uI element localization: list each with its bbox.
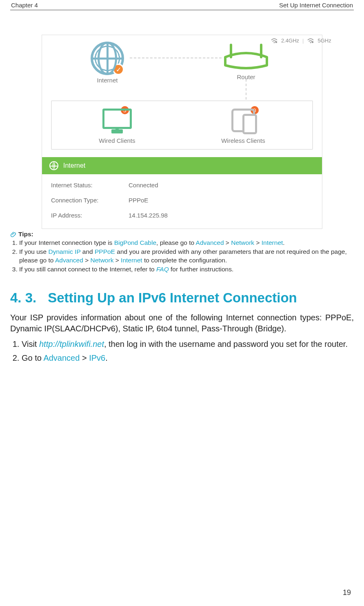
text: > xyxy=(224,239,231,246)
page-number: 19 xyxy=(343,588,351,597)
wifi-band-24: 2.4GHz xyxy=(281,38,299,44)
wired-clients-label: Wired Clients xyxy=(99,137,135,144)
internet-label: Internet xyxy=(83,77,132,84)
svg-point-0 xyxy=(274,42,275,43)
wireless-clients: 0 Wireless Clients xyxy=(221,109,265,144)
network-map-figure: ✓ Internet Router xyxy=(42,35,322,229)
wired-clients: 5 Wired Clients xyxy=(99,109,135,144)
wifi-icon xyxy=(271,38,278,44)
tips-label: Tips: xyxy=(18,231,33,238)
link-text: Network xyxy=(231,239,254,246)
list-item: Go to Advanced > IPv6. xyxy=(22,352,354,364)
paperclip-icon xyxy=(10,231,16,237)
tips-list: If your Internet connection type is BigP… xyxy=(10,239,354,274)
link-text: Advanced xyxy=(55,257,83,264)
wifi-bands: 2.4GHz | 5GHz xyxy=(271,38,331,44)
internet-section-header: Internet xyxy=(42,157,322,174)
list-item: Visit http://tplinkwifi.net, then log in… xyxy=(22,338,354,350)
row-value: 14.154.225.98 xyxy=(129,212,168,219)
separator-icon: | xyxy=(302,38,304,44)
link-text: PPPoE xyxy=(95,248,115,255)
row-value: Connected xyxy=(129,182,158,189)
text: , please go to xyxy=(156,239,196,246)
header-title: Set Up Internet Connection xyxy=(279,2,353,9)
link-text[interactable]: FAQ xyxy=(156,266,169,273)
internet-details-table: Internet Status: Connected Connection Ty… xyxy=(42,174,322,229)
table-row: Connection Type: PPPoE xyxy=(42,193,322,208)
devices-icon xyxy=(231,109,255,132)
table-row: Internet Status: Connected xyxy=(42,178,322,193)
connection-line-icon xyxy=(246,79,246,100)
section-intro: Your ISP provides information about one … xyxy=(10,312,354,334)
tips-block: Tips: If your Internet connection type i… xyxy=(10,231,354,274)
check-badge-icon: ✓ xyxy=(113,64,124,75)
row-key: Connection Type: xyxy=(51,197,129,204)
text: > xyxy=(254,239,262,246)
text: > xyxy=(80,353,89,362)
text: . xyxy=(283,239,284,246)
monitor-icon xyxy=(102,109,132,129)
globe-icon: ✓ xyxy=(91,42,124,75)
text: and xyxy=(80,248,94,255)
text: > xyxy=(83,257,91,264)
row-key: Internet Status: xyxy=(51,182,129,189)
text: > xyxy=(113,257,121,264)
text: to complete the configuration. xyxy=(142,257,227,264)
list-item: If you use Dynamic IP and PPPoE and you … xyxy=(19,248,354,265)
wifi-icon xyxy=(307,38,314,44)
router-node: Router xyxy=(220,42,273,80)
text: for further instructions. xyxy=(169,266,234,273)
text: If you still cannot connect to the Inter… xyxy=(19,266,156,273)
text: If you use xyxy=(19,248,49,255)
link-text: IPv6 xyxy=(89,353,105,362)
section-title: Setting Up an IPv6 Internet Connection xyxy=(48,290,297,306)
row-key: IP Address: xyxy=(51,212,129,219)
section-number: 4. 3. xyxy=(10,290,36,306)
page-header: Chapter 4 Set Up Internet Connection xyxy=(10,0,354,10)
tips-heading: Tips: xyxy=(10,231,354,238)
router-icon xyxy=(220,42,273,70)
svg-rect-3 xyxy=(312,41,313,42)
link-text: BigPond Cable xyxy=(114,239,156,246)
link-text: Internet xyxy=(121,257,142,264)
table-row: IP Address: 14.154.225.98 xyxy=(42,208,322,223)
wireless-clients-label: Wireless Clients xyxy=(221,137,265,144)
link-text: Advanced xyxy=(196,239,224,246)
link-text: Internet xyxy=(262,239,283,246)
topology-area: ✓ Internet Router xyxy=(42,35,322,100)
link-text: Advanced xyxy=(43,353,80,362)
svg-point-2 xyxy=(310,42,311,43)
link-text: Dynamic IP xyxy=(49,248,81,255)
steps-list: Visit http://tplinkwifi.net, then log in… xyxy=(10,338,354,364)
text: , then log in with the username and pass… xyxy=(104,340,348,349)
internet-section-label: Internet xyxy=(63,162,85,169)
section-heading: 4. 3. Setting Up an IPv6 Internet Connec… xyxy=(10,290,354,306)
internet-node: ✓ Internet xyxy=(83,42,132,84)
clients-box: 5 Wired Clients 0 Wireless Clients xyxy=(51,100,313,150)
url-link[interactable]: http://tplinkwifi.net xyxy=(39,340,104,349)
list-item: If your Internet connection type is BigP… xyxy=(19,239,354,247)
list-item: If you still cannot connect to the Inter… xyxy=(19,265,354,274)
text: Go to xyxy=(22,353,43,362)
globe-small-icon xyxy=(49,161,58,170)
link-text: Network xyxy=(91,257,114,264)
text: If your Internet connection type is xyxy=(19,239,114,246)
wifi-band-5: 5GHz xyxy=(317,38,331,44)
row-value: PPPoE xyxy=(129,197,148,204)
svg-rect-1 xyxy=(275,41,277,42)
text: Visit xyxy=(22,340,39,349)
text: . xyxy=(105,353,108,362)
header-chapter: Chapter 4 xyxy=(11,2,38,9)
connection-line-icon xyxy=(130,58,222,58)
